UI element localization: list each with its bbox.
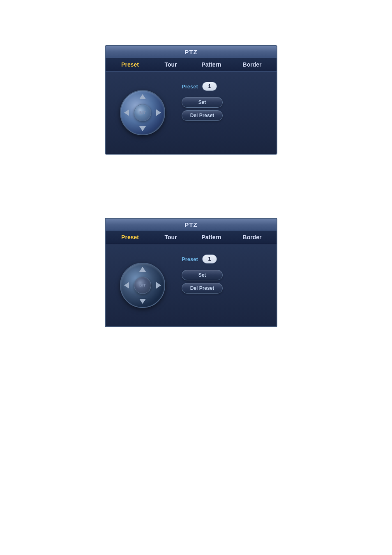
controls-area-1: Preset Set Del Preset (175, 78, 272, 148)
joystick-inner-1[interactable]: BIT (134, 104, 151, 121)
buttons-col-1: Set Del Preset (182, 97, 223, 121)
tab-border-1[interactable]: Border (232, 60, 272, 69)
tab-preset-2[interactable]: Preset (110, 233, 150, 241)
joystick-label-2: BIT (139, 283, 146, 287)
arrow-right-1[interactable] (156, 109, 161, 116)
preset-label-1: Preset (182, 83, 198, 90)
tab-preset-1[interactable]: Preset (110, 60, 150, 69)
panel-2-tabs: Preset Tour Pattern Border (106, 231, 277, 244)
arrow-up-1[interactable] (139, 94, 146, 99)
set-button-1[interactable]: Set (182, 97, 223, 108)
panel-2-body: BIT Preset Set Del Preset (106, 244, 277, 326)
arrow-down-1[interactable] (139, 126, 146, 131)
tab-pattern-2[interactable]: Pattern (191, 233, 232, 241)
preset-input-1[interactable] (202, 82, 217, 91)
joystick-area-2: BIT (110, 250, 175, 320)
arrow-left-1[interactable] (124, 109, 129, 116)
arrow-up-2[interactable] (139, 267, 146, 272)
joystick-outer-2: BIT (120, 263, 165, 308)
tab-border-2[interactable]: Border (232, 233, 272, 241)
tab-tour-2[interactable]: Tour (150, 233, 191, 241)
set-button-2[interactable]: Set (182, 270, 223, 280)
joystick-1: BIT (120, 90, 165, 135)
panel-2-title: PTZ (106, 219, 277, 231)
joystick-inner-2[interactable]: BIT (134, 277, 151, 294)
preset-row-1: Preset (182, 82, 217, 91)
joystick-outer-1: BIT (120, 90, 165, 135)
controls-area-2: Preset Set Del Preset (175, 250, 272, 320)
del-preset-button-2[interactable]: Del Preset (182, 283, 223, 294)
preset-input-2[interactable] (202, 254, 217, 264)
joystick-2: BIT (120, 263, 165, 308)
arrow-left-2[interactable] (124, 282, 129, 289)
tab-pattern-1[interactable]: Pattern (191, 60, 232, 69)
arrow-right-2[interactable] (156, 282, 161, 289)
preset-row-2: Preset (182, 254, 217, 264)
arrow-down-2[interactable] (139, 299, 146, 304)
buttons-col-2: Set Del Preset (182, 270, 223, 294)
tab-tour-1[interactable]: Tour (150, 60, 191, 69)
panel-1-body: BIT Preset Set Del Preset (106, 72, 277, 154)
preset-label-2: Preset (182, 256, 198, 262)
ptz-panel-1: PTZ Preset Tour Pattern Border BIT (105, 45, 277, 155)
del-preset-button-1[interactable]: Del Preset (182, 110, 223, 121)
joystick-area-1: BIT (110, 78, 175, 148)
joystick-label-1: BIT (139, 111, 146, 115)
panel-1-title: PTZ (106, 46, 277, 58)
panel-1-tabs: Preset Tour Pattern Border (106, 58, 277, 72)
ptz-panel-2: PTZ Preset Tour Pattern Border BIT (105, 218, 277, 327)
